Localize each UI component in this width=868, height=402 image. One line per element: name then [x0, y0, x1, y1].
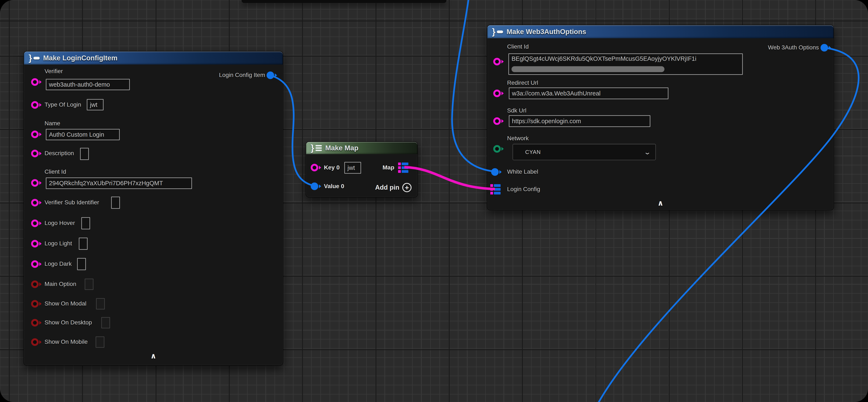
- map-output-label: Map: [382, 164, 394, 171]
- show-on-mobile-label: Show On Mobile: [44, 339, 88, 345]
- show-on-desktop-label: Show On Desktop: [44, 319, 92, 326]
- node-make-map[interactable]: } Make Map Key 0 jwt Map Value 0 Add pin…: [306, 142, 418, 197]
- key-0-label: Key 0: [324, 164, 340, 171]
- add-pin-button[interactable]: Add pin +: [375, 183, 411, 192]
- pin-main-option[interactable]: [31, 281, 41, 288]
- client-id-label: Client Id: [44, 168, 66, 175]
- verifier-sub-identifier-label: Verifier Sub Identifier: [44, 199, 99, 206]
- node-header[interactable]: } Make LoginConfigItem: [24, 52, 283, 64]
- pin-logo-hover[interactable]: [31, 220, 41, 227]
- pin-verifier-sub-identifier[interactable]: [31, 199, 41, 206]
- collapse-button[interactable]: ∧: [150, 352, 156, 360]
- chevron-down-icon: ⌄: [644, 148, 651, 156]
- pin-description[interactable]: [31, 150, 41, 157]
- pin-show-on-desktop[interactable]: [31, 319, 41, 326]
- pin-name[interactable]: [31, 131, 41, 138]
- collapse-button[interactable]: ∧: [657, 199, 663, 207]
- main-option-checkbox[interactable]: [85, 279, 93, 290]
- pin-logo-light[interactable]: [31, 240, 41, 248]
- pin-sdk-url[interactable]: [493, 117, 504, 125]
- node-title: Make Map: [325, 144, 359, 152]
- pin-type-of-login[interactable]: [31, 101, 41, 109]
- pin-value-0[interactable]: [311, 182, 321, 190]
- offscreen-node-edge: [242, 0, 446, 3]
- logo-light-input[interactable]: [79, 237, 88, 250]
- value-0-label: Value 0: [324, 183, 344, 190]
- type-of-login-input[interactable]: jwt: [87, 99, 103, 110]
- show-on-mobile-checkbox[interactable]: [96, 336, 104, 348]
- node-header[interactable]: } Make Map: [306, 142, 417, 154]
- node-title: Make Web3AuthOptions: [506, 28, 586, 36]
- output-label: Web 3Auth Options: [768, 44, 819, 51]
- name-label: Name: [44, 120, 60, 127]
- logo-hover-input[interactable]: [81, 217, 90, 229]
- network-value: CYAN: [525, 149, 541, 155]
- add-pin-icon: +: [402, 183, 411, 192]
- type-of-login-label: Type Of Login: [44, 101, 81, 108]
- show-on-modal-checkbox[interactable]: [96, 298, 105, 310]
- verifier-input[interactable]: web3auth-auth0-demo: [46, 79, 130, 90]
- client-id-input[interactable]: 294QRkchfq2YaXUbPri7D6PH7xzHgQMT: [46, 177, 192, 189]
- main-option-label: Main Option: [44, 281, 76, 287]
- show-on-desktop-checkbox[interactable]: [101, 317, 110, 328]
- pin-verifier[interactable]: [31, 78, 41, 86]
- node-title: Make LoginConfigItem: [43, 54, 117, 62]
- description-label: Description: [44, 150, 74, 156]
- show-on-modal-label: Show On Modal: [44, 300, 86, 307]
- login-config-label: Login Config: [507, 186, 540, 193]
- wire-map-to-loginconfig[interactable]: [404, 167, 495, 189]
- network-dropdown[interactable]: CYAN ⌄: [513, 144, 656, 160]
- node-make-loginconfigitem[interactable]: } Make LoginConfigItem Verifier web3auth…: [24, 51, 283, 366]
- make-struct-icon: }: [29, 54, 40, 62]
- sdk-url-label: Sdk Url: [507, 107, 526, 114]
- redirect-url-label: Redirect Url: [507, 80, 538, 86]
- logo-light-label: Logo Light: [44, 240, 72, 247]
- white-label-label: White Label: [507, 168, 538, 175]
- pin-client-id[interactable]: [31, 179, 41, 187]
- verifier-label: Verifier: [44, 68, 63, 75]
- blueprint-graph-canvas[interactable]: } Make LoginConfigItem Verifier web3auth…: [0, 0, 868, 402]
- node-header[interactable]: } Make Web3AuthOptions: [487, 25, 834, 38]
- logo-hover-label: Logo Hover: [44, 220, 75, 226]
- make-map-icon: }: [311, 144, 322, 152]
- pin-show-on-modal[interactable]: [31, 300, 41, 308]
- redirect-url-input[interactable]: w3a://com.w3a.Web3AuthUnreal: [509, 87, 669, 99]
- key-0-input[interactable]: jwt: [344, 162, 361, 174]
- sdk-url-input[interactable]: https://sdk.openlogin.com: [509, 115, 650, 127]
- pin-logo-dark[interactable]: [31, 260, 41, 268]
- logo-dark-label: Logo Dark: [44, 260, 72, 267]
- client-id-input[interactable]: BEglQSgt4cUWcj6SKRdu5QkOXTsePmMcusG5EAoy…: [508, 53, 743, 75]
- logo-dark-input[interactable]: [77, 258, 86, 270]
- make-struct-icon: }: [492, 28, 503, 36]
- pin-redirect-url[interactable]: [493, 90, 504, 97]
- pin-client-id[interactable]: [493, 58, 504, 65]
- pin-show-on-mobile[interactable]: [31, 338, 41, 346]
- node-make-web3authoptions[interactable]: } Make Web3AuthOptions Client Id BEglQSg…: [487, 25, 834, 210]
- pin-key-0[interactable]: [311, 164, 321, 171]
- pin-network[interactable]: [493, 145, 504, 153]
- description-input[interactable]: [80, 148, 89, 160]
- client-id-label: Client Id: [507, 43, 529, 50]
- client-id-scrollbar[interactable]: [512, 66, 664, 72]
- output-label: Login Config Item: [219, 72, 265, 79]
- verifier-sub-identifier-input[interactable]: [111, 197, 120, 209]
- name-input[interactable]: Auth0 Custom Login: [46, 129, 120, 140]
- network-label: Network: [507, 135, 529, 142]
